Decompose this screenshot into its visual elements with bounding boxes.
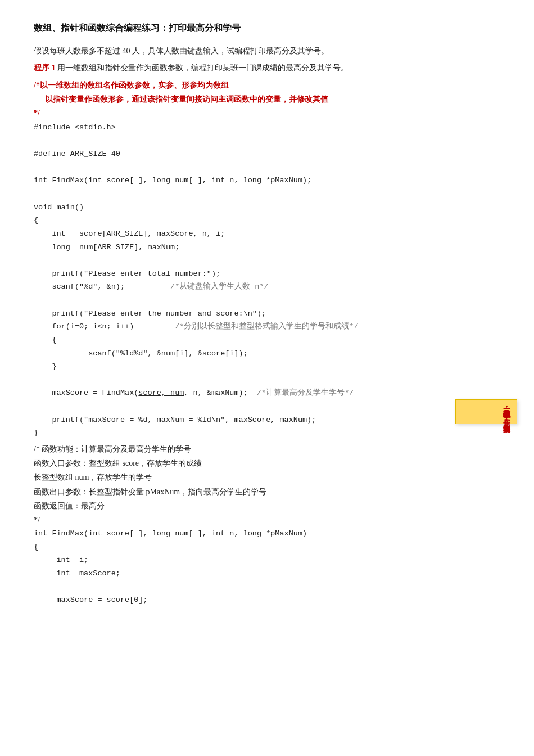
define-line: #define ARR_SIZE 40 xyxy=(34,147,500,161)
brace-close-line: } xyxy=(34,426,500,440)
intro-line1: 假设每班人数最多不超过 40 人，具体人数由键盘输入，试编程打印最高分及其学号。 xyxy=(34,44,500,58)
void-main-line: void main() xyxy=(34,201,500,214)
blank1 xyxy=(34,134,500,148)
intro2-suffix: 用一维数组和指针变量作为函数参数，编程打印某班一门课成绩的最高分及其学号。 xyxy=(56,64,349,72)
func-comment-close: */ xyxy=(34,513,500,527)
func-def-line: int FindMax(int score[ ], long num[ ], i… xyxy=(34,527,500,541)
var-maxscore-line: int maxScore; xyxy=(34,567,500,580)
blank7 xyxy=(34,400,500,413)
scanf2-line: scanf("%ld%d", &num[i], &score[i]); xyxy=(34,347,500,361)
blank3 xyxy=(34,187,500,201)
func-comment-open: /* 函数功能：计算最高分及最高分学生的学号 xyxy=(34,442,500,456)
brace2-line: { xyxy=(34,334,500,347)
page-title: 数组、指针和函数综合编程练习：打印最高分和学号 xyxy=(34,22,500,34)
include-line: #include <stdio.h> xyxy=(34,121,500,134)
func-comment-ret: 函数返回值：最高分 xyxy=(34,499,500,513)
comment-close: */ xyxy=(34,109,500,118)
func-comment-out: 函数出口参数：长整型指针变量 pMaxNum，指向最高分学生的学号 xyxy=(34,485,500,499)
maxscore-init-line: maxScore = score[0]; xyxy=(34,593,500,607)
blank8 xyxy=(34,580,500,594)
var-i-line: int i; xyxy=(34,554,500,567)
func-comment-in1: 函数入口参数：整型数组 score，存放学生的成绩 xyxy=(34,456,500,470)
brace4-line: { xyxy=(34,541,500,554)
for1-line: for(i=0; i<n; i++) /*分别以长整型和整型格式输入学生的学号和… xyxy=(34,320,500,334)
sticky-note: 以一维数组的数组名作函数参数，实参、形参均为数组 xyxy=(455,399,517,424)
prototype-line: int FindMax(int score[ ], long num[ ], i… xyxy=(34,174,500,187)
var-score-line: int score[ARR_SIZE], maxScore, n, i; xyxy=(34,227,500,241)
blank2 xyxy=(34,161,500,174)
intro-line2: 程序 1 用一维数组和指针变量作为函数参数，编程打印某班一门课成绩的最高分及其学… xyxy=(34,61,500,75)
comment-open-block: /*以一维数组的数组名作函数参数，实参、形参均为数组 以指针变量作函数形参，通过… xyxy=(34,78,500,106)
func-comment-block: /* 函数功能：计算最高分及最高分学生的学号 函数入口参数：整型数组 score… xyxy=(34,442,500,527)
blank6 xyxy=(34,374,500,387)
brace-open-line: { xyxy=(34,214,500,227)
printf3-line: printf("maxScore = %d, maxNum = %ld\n", … xyxy=(34,413,500,427)
scanf1-line: scanf("%d", &n); /*从键盘输入学生人数 n*/ xyxy=(34,280,500,294)
func-comment-in2: 长整型数组 num，存放学生的学号 xyxy=(34,470,500,484)
blank4 xyxy=(34,254,500,267)
brace3-line: } xyxy=(34,360,500,374)
var-num-line: long num[ARR_SIZE], maxNum; xyxy=(34,241,500,254)
blank5 xyxy=(34,294,500,307)
printf2-line: printf("Please enter the number and scor… xyxy=(34,307,500,321)
maxscore-call-line: maxScore = FindMax(score, num, n, &maxNu… xyxy=(34,386,500,400)
printf1-line: printf("Please enter total number:"); xyxy=(34,267,500,281)
bold-label: 程序 1 xyxy=(34,64,56,72)
